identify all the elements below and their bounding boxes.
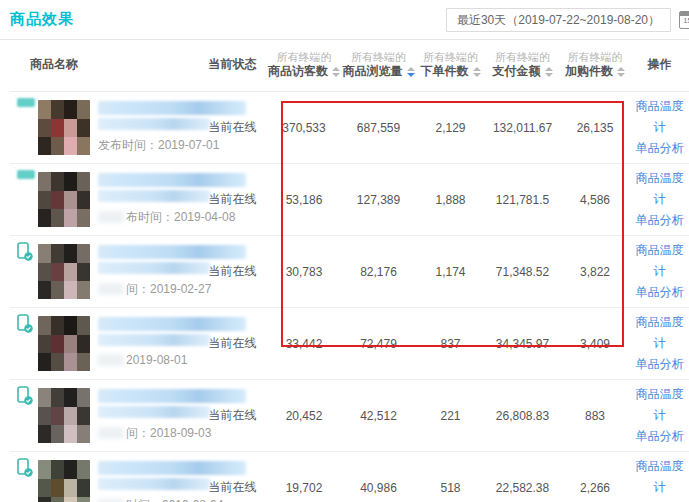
visitors-value: 53,186 — [267, 164, 341, 236]
product-subtitle-redacted — [98, 478, 210, 490]
publish-date: 间：2018-09-03 — [126, 425, 211, 442]
views-value: 72,479 — [341, 308, 416, 380]
product-subtitle-redacted — [98, 118, 210, 130]
product-image-redacted — [38, 172, 90, 228]
table-row: 间：2018-09-03 当前在线 20,452 42,512 221 26,8… — [10, 380, 689, 452]
single-product-analysis-link[interactable]: 单品分析 — [631, 210, 688, 231]
redacted-badge — [17, 170, 35, 179]
product-subtitle-redacted — [98, 262, 210, 274]
table-header-row: 商品名称 当前状态 所有终端的 商品访客数 所有终端的 商品浏览量 所有终端的 … — [10, 40, 689, 92]
sort-caret-visitors[interactable] — [332, 67, 340, 77]
header-visitors[interactable]: 所有终端的 商品访客数 — [267, 40, 341, 92]
payment-value: 26,808.83 — [485, 380, 560, 452]
orders-value: 2,129 — [416, 92, 485, 164]
table-row: 发布时间：2019-07-01 当前在线 370,533 687,559 2,1… — [10, 92, 689, 164]
date-redaction-blur — [98, 283, 124, 295]
product-thermometer-link[interactable]: 商品温度计 — [631, 240, 688, 282]
payment-value: 22,582.38 — [485, 452, 560, 502]
date-range-button[interactable]: 最近30天（2019-07-22~2019-08-20） — [446, 8, 671, 32]
publish-date: 间：2019-02-27 — [126, 281, 211, 298]
sort-caret-payment[interactable] — [545, 67, 553, 77]
product-thermometer-link[interactable]: 商品温度计 — [631, 96, 688, 138]
calendar-icon[interactable]: 15 — [679, 11, 689, 29]
payment-value: 132,011.67 — [485, 92, 560, 164]
actions-cell: 商品温度计 单品分析 — [630, 236, 689, 308]
date-range-area: 最近30天（2019-07-22~2019-08-20） 15 — [446, 8, 689, 32]
cart-adds-value: 26,135 — [560, 92, 630, 164]
product-subtitle-redacted — [98, 406, 210, 418]
publish-date: 布时间：2019-04-08 — [126, 209, 235, 226]
date-redaction-blur — [98, 427, 124, 439]
product-title-redacted — [98, 101, 246, 115]
orders-value: 518 — [416, 452, 485, 502]
views-value: 42,512 — [341, 380, 416, 452]
visitors-value: 20,452 — [267, 380, 341, 452]
visitors-value: 30,783 — [267, 236, 341, 308]
actions-cell: 商品温度计 单品分析 — [630, 92, 689, 164]
product-subtitle-redacted — [98, 190, 210, 202]
header-product-name: 商品名称 — [10, 40, 198, 92]
orders-value: 221 — [416, 380, 485, 452]
product-image-redacted — [38, 100, 90, 156]
product-name-cell: 2019-08-01 — [10, 308, 198, 380]
payment-value: 34,345.97 — [485, 308, 560, 380]
actions-cell: 商品温度计 单品分析 — [630, 452, 689, 502]
publish-date: 2019-08-01 — [126, 353, 187, 367]
mobile-check-icon — [17, 458, 33, 478]
single-product-analysis-link[interactable]: 单品分析 — [631, 282, 688, 303]
actions-cell: 商品温度计 单品分析 — [630, 164, 689, 236]
product-image-redacted — [38, 316, 90, 372]
product-title-redacted — [98, 389, 246, 403]
sort-caret-orders[interactable] — [473, 67, 481, 77]
header-orders[interactable]: 所有终端的 下单件数 — [416, 40, 485, 92]
publish-date: 时间：2019-08-04 — [126, 497, 223, 502]
date-redaction-blur — [98, 354, 124, 366]
mobile-check-icon — [17, 314, 33, 334]
views-value: 127,389 — [341, 164, 416, 236]
orders-value: 1,174 — [416, 236, 485, 308]
product-subtitle-redacted — [98, 334, 210, 346]
header-payment[interactable]: 所有终端的 支付金额 — [485, 40, 560, 92]
orders-value: 1,888 — [416, 164, 485, 236]
mobile-check-icon — [17, 386, 33, 406]
product-thermometer-link[interactable]: 商品温度计 — [631, 384, 688, 426]
sort-caret-cart-adds[interactable] — [617, 67, 625, 77]
product-title-redacted — [98, 461, 246, 475]
product-title-redacted — [98, 245, 246, 259]
product-performance-table: 商品名称 当前状态 所有终端的 商品访客数 所有终端的 商品浏览量 所有终端的 … — [10, 40, 689, 502]
single-product-analysis-link[interactable]: 单品分析 — [631, 498, 688, 502]
single-product-analysis-link[interactable]: 单品分析 — [631, 138, 688, 159]
single-product-analysis-link[interactable]: 单品分析 — [631, 354, 688, 375]
product-image-redacted — [38, 244, 90, 300]
table-row: 时间：2019-08-04 当前在线 19,702 40,986 518 22,… — [10, 452, 689, 502]
product-name-cell: 时间：2019-08-04 — [10, 452, 198, 502]
payment-value: 71,348.52 — [485, 236, 560, 308]
single-product-analysis-link[interactable]: 单品分析 — [631, 426, 688, 447]
views-value: 687,559 — [341, 92, 416, 164]
page-title: 商品效果 — [10, 10, 74, 29]
table-row: 2019-08-01 当前在线 33,442 72,479 837 34,345… — [10, 308, 689, 380]
product-name-cell: 间：2018-09-03 — [10, 380, 198, 452]
date-redaction-blur — [98, 211, 124, 223]
publish-date: 发布时间：2019-07-01 — [98, 137, 219, 154]
product-name-cell: 间：2019-02-27 — [10, 236, 198, 308]
cart-adds-value: 2,266 — [560, 452, 630, 502]
product-thermometer-link[interactable]: 商品温度计 — [631, 168, 688, 210]
cart-adds-value: 883 — [560, 380, 630, 452]
header-views[interactable]: 所有终端的 商品浏览量 — [341, 40, 416, 92]
visitors-value: 33,442 — [267, 308, 341, 380]
visitors-value: 370,533 — [267, 92, 341, 164]
orders-value: 837 — [416, 308, 485, 380]
product-thermometer-link[interactable]: 商品温度计 — [631, 456, 688, 498]
product-name-cell: 发布时间：2019-07-01 — [10, 92, 198, 164]
header-status: 当前状态 — [198, 40, 267, 92]
product-thermometer-link[interactable]: 商品温度计 — [631, 312, 688, 354]
product-title-redacted — [98, 173, 246, 187]
product-name-cell: 布时间：2019-04-08 — [10, 164, 198, 236]
table-row: 间：2019-02-27 当前在线 30,783 82,176 1,174 71… — [10, 236, 689, 308]
header-actions: 操作 — [630, 40, 689, 92]
table-row: 布时间：2019-04-08 当前在线 53,186 127,389 1,888… — [10, 164, 689, 236]
header-cart-adds[interactable]: 所有终端的 加购件数 — [560, 40, 630, 92]
sort-caret-views[interactable] — [407, 67, 415, 77]
cart-adds-value: 3,409 — [560, 308, 630, 380]
